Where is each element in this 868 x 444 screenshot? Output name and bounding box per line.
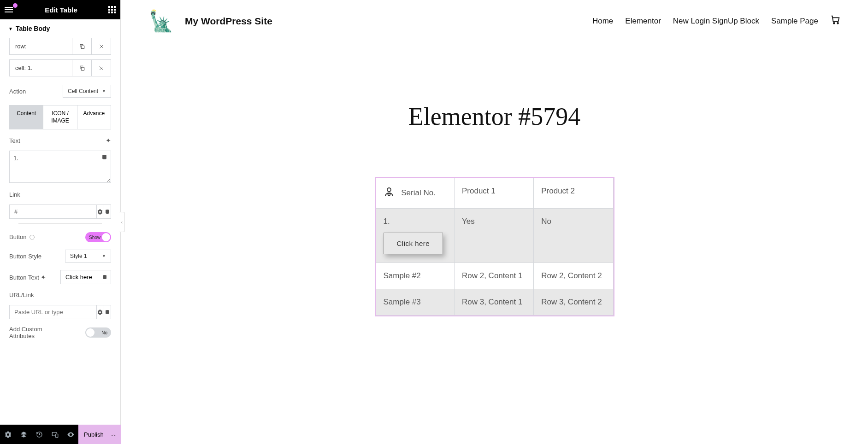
nav-elementor[interactable]: Elementor	[625, 17, 661, 26]
table-cell: Row 2, Content 1	[454, 263, 533, 289]
cart-button[interactable]	[830, 15, 840, 28]
history-icon	[36, 431, 43, 438]
link-options-button[interactable]	[97, 204, 104, 219]
navigator-button[interactable]	[16, 425, 31, 444]
table-header-row: Serial No. Product 1 Product 2	[376, 178, 613, 209]
table-cell: No	[534, 209, 613, 263]
table-row: Sample #2 Row 2, Content 1 Row 2, Conten…	[376, 263, 613, 289]
editor-sidebar: Edit Table ▼ Table Body row:	[0, 0, 121, 444]
sidebar-title: Edit Table	[45, 6, 77, 14]
button-style-value: Style 1	[70, 253, 87, 259]
svg-point-15	[388, 193, 390, 196]
link-dynamic-button[interactable]	[104, 204, 112, 219]
nav-login-signup[interactable]: New Login SignUp Block	[673, 17, 759, 26]
tab-content[interactable]: Content	[10, 105, 43, 129]
action-label: Action	[9, 88, 26, 95]
svg-point-13	[837, 23, 838, 24]
table-cell: Row 2, Content 2	[534, 263, 613, 289]
close-icon	[99, 65, 104, 71]
custom-attributes-toggle[interactable]: No	[85, 327, 111, 338]
data-table: Serial No. Product 1 Product 2 1. Click …	[376, 178, 614, 315]
section-table-body[interactable]: ▼ Table Body	[0, 19, 120, 38]
site-header: 🗽 My WordPress Site Home Elementor New L…	[121, 0, 868, 42]
row-item[interactable]: row:	[9, 38, 111, 55]
cell-item[interactable]: cell: 1.	[9, 59, 111, 76]
copy-icon	[79, 43, 85, 50]
user-icon	[384, 187, 395, 200]
table-cell: Row 3, Content 2	[534, 289, 613, 315]
dynamic-tags-button[interactable]	[101, 154, 107, 162]
collapse-sidebar-button[interactable]: ‹	[119, 212, 125, 232]
button-toggle[interactable]: Show	[85, 232, 111, 242]
sidebar-body: ▼ Table Body row: cell: 1.	[0, 19, 120, 425]
site-title[interactable]: My WordPress Site	[185, 16, 272, 27]
copy-icon	[79, 65, 85, 71]
svg-rect-11	[55, 434, 58, 438]
url-options-button[interactable]	[97, 305, 104, 319]
table-widget[interactable]: Serial No. Product 1 Product 2 1. Click …	[375, 177, 614, 316]
preview-canvas: 🗽 My WordPress Site Home Elementor New L…	[121, 0, 868, 444]
text-label: Text	[9, 137, 20, 144]
menu-button[interactable]	[5, 7, 14, 12]
url-dynamic-button[interactable]	[104, 305, 112, 319]
custom-attributes-label: Add Custom Attributes	[9, 326, 55, 339]
button-text-dynamic-button[interactable]	[98, 270, 111, 284]
responsive-button[interactable]	[47, 425, 63, 444]
caret-up-icon: ︿	[111, 431, 116, 438]
table-row: 1. Click here Yes No	[376, 209, 613, 263]
action-select[interactable]: Cell Content ▼	[63, 85, 111, 98]
ai-sparkle-icon[interactable]: ✦	[106, 137, 111, 144]
row-label: row:	[10, 38, 72, 54]
cart-icon	[830, 15, 840, 25]
widgets-grid-button[interactable]	[108, 6, 116, 13]
duplicate-cell-button[interactable]	[72, 60, 91, 76]
history-button[interactable]	[31, 425, 47, 444]
button-style-label: Button Style	[9, 253, 41, 260]
eye-icon	[67, 431, 75, 438]
remove-row-button[interactable]	[91, 38, 111, 54]
table-header-cell: Serial No.	[376, 178, 454, 209]
nav-home[interactable]: Home	[592, 17, 613, 26]
table-cell: Yes	[454, 209, 533, 263]
svg-point-12	[833, 23, 835, 24]
button-label: Button ⓘ	[9, 234, 35, 241]
text-input[interactable]: 1.	[9, 151, 111, 183]
settings-button[interactable]	[0, 425, 16, 444]
tab-advance[interactable]: Advance	[77, 105, 111, 129]
table-cell: Sample #3	[376, 289, 454, 315]
button-text-label: Button Text ✦	[9, 274, 46, 281]
table-cell: 1. Click here	[376, 209, 454, 263]
database-icon	[105, 310, 110, 315]
link-input[interactable]	[9, 204, 97, 219]
table-cell: Row 3, Content 1	[454, 289, 533, 315]
close-icon	[99, 44, 104, 49]
remove-cell-button[interactable]	[91, 60, 111, 76]
site-nav: Home Elementor New Login SignUp Block Sa…	[592, 15, 840, 28]
responsive-icon	[52, 431, 59, 438]
button-style-select[interactable]: Style 1 ▼	[65, 250, 111, 263]
database-icon	[105, 209, 110, 215]
svg-rect-3	[81, 67, 84, 70]
table-header-cell: Product 2	[534, 178, 613, 209]
nav-sample-page[interactable]: Sample Page	[771, 17, 818, 26]
site-logo[interactable]: 🗽	[148, 9, 174, 33]
tab-icon-image[interactable]: ICON / IMAGE	[43, 105, 77, 129]
duplicate-row-button[interactable]	[72, 38, 91, 54]
page-title: Elementor #5794	[121, 102, 868, 131]
database-icon	[101, 154, 107, 160]
cell-button[interactable]: Click here	[384, 233, 443, 254]
gear-icon	[97, 310, 103, 315]
database-icon	[102, 275, 107, 280]
help-icon[interactable]: ⓘ	[30, 234, 35, 240]
button-text-input[interactable]	[60, 270, 98, 284]
ai-sparkle-icon[interactable]: ✦	[41, 274, 46, 281]
caret-down-icon: ▼	[8, 26, 13, 31]
chevron-left-icon: ‹	[121, 220, 123, 225]
url-link-label: URL/Link	[9, 292, 34, 298]
table-header-cell: Product 1	[454, 178, 533, 209]
section-title: Table Body	[16, 25, 50, 32]
url-input[interactable]	[9, 305, 97, 319]
sidebar-footer: Publish ︿	[0, 425, 120, 444]
publish-button[interactable]: Publish ︿	[78, 425, 122, 444]
preview-button[interactable]	[63, 425, 78, 444]
